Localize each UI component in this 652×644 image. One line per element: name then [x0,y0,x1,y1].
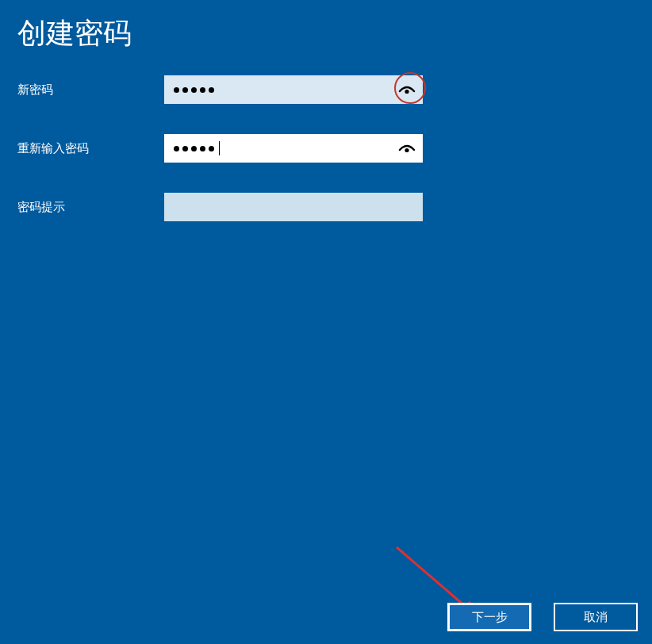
confirm-password-label: 重新输入密码 [17,141,164,156]
svg-point-1 [405,148,408,152]
new-password-input[interactable] [164,75,423,104]
page-title: 创建密码 [0,0,652,53]
button-bar: 下一步 取消 [447,603,638,631]
confirm-password-input[interactable] [164,134,423,163]
new-password-input-wrap [164,75,423,104]
next-button[interactable]: 下一步 [447,603,531,631]
confirm-password-input-wrap [164,134,423,163]
password-hint-input-wrap [164,193,423,221]
confirm-password-row: 重新输入密码 [0,134,652,163]
password-hint-label: 密码提示 [17,200,164,215]
new-password-row: 新密码 [0,75,652,104]
password-hint-row: 密码提示 [0,193,652,221]
cancel-button[interactable]: 取消 [554,603,638,631]
svg-point-0 [405,90,408,94]
new-password-label: 新密码 [17,82,164,98]
reveal-password-icon[interactable] [396,137,418,159]
reveal-password-icon[interactable] [396,79,418,101]
password-hint-input[interactable] [164,193,423,221]
